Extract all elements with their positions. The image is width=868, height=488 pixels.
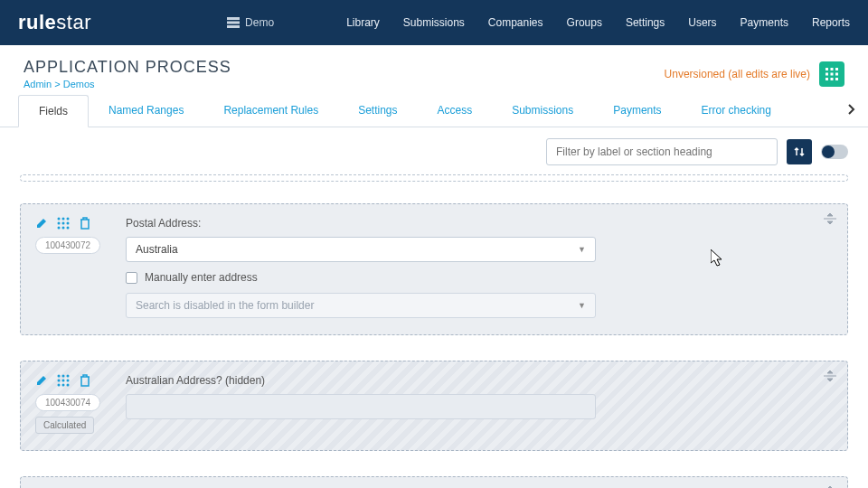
svg-point-18 [58,227,61,230]
tabs-scroll-right[interactable] [848,104,855,115]
field-card-aushidden: 100430074 Calculated Australian Address?… [20,361,848,451]
svg-rect-4 [831,68,834,70]
sort-icon [793,145,806,158]
svg-point-13 [62,218,65,221]
svg-point-19 [62,227,65,230]
edit-button[interactable] [35,217,48,230]
svg-rect-6 [826,73,828,76]
svg-rect-0 [227,17,240,20]
svg-rect-8 [835,73,838,76]
svg-point-29 [67,384,70,387]
nav-library[interactable]: Library [346,16,380,29]
search-disabled-box: Search is disabled in the form builder ▼ [126,293,596,318]
nav-submissions[interactable]: Submissions [403,16,465,29]
tab-submissions[interactable]: Submissions [492,95,593,127]
edit-button[interactable] [35,374,48,387]
drag-handle[interactable] [824,371,836,381]
country-value: Australia [136,243,178,256]
nav-groups[interactable]: Groups [567,16,602,29]
svg-point-22 [62,375,65,378]
nav-companies[interactable]: Companies [488,16,543,29]
svg-point-15 [58,222,61,225]
svg-rect-10 [831,78,834,80]
tab-named-ranges[interactable]: Named Ranges [89,95,203,127]
svg-point-16 [62,222,65,225]
delete-button[interactable] [79,217,91,230]
pencil-icon [35,217,48,230]
field-label: Australian Address? (hidden) [126,374,596,387]
readonly-value [126,394,596,419]
manual-checkbox-row[interactable]: Manually enter address [126,271,596,284]
manual-label: Manually enter address [145,271,258,284]
trash-icon [79,217,91,230]
svg-rect-11 [835,78,838,80]
field-card-pleaseenter: 100430076 Please enter a postal address … [20,476,848,488]
tab-payments[interactable]: Payments [593,95,681,127]
sort-button[interactable] [787,139,812,164]
nav-links: Library Submissions Companies Groups Set… [346,16,850,29]
svg-point-17 [67,222,70,225]
svg-point-26 [67,380,70,382]
svg-point-12 [58,218,61,221]
nav-users[interactable]: Users [688,16,716,29]
drag-handle[interactable] [824,213,836,224]
tab-error-checking[interactable]: Error checking [682,95,791,127]
svg-rect-9 [826,78,828,80]
move-button[interactable] [57,217,70,230]
delete-button[interactable] [79,374,91,387]
field-label: Postal Address: [126,217,596,230]
tab-replacement-rules[interactable]: Replacement Rules [203,95,338,127]
grid-dots-icon [57,374,70,387]
grid-dots-icon [57,217,70,230]
chevron-right-icon [848,104,855,115]
logo[interactable]: rulestar [18,11,91,34]
section-divider [20,174,848,182]
top-nav: rulestar Demo Library Submissions Compan… [0,0,868,45]
version-status[interactable]: Unversioned (all edits are live) [665,68,810,80]
grid-button[interactable] [819,61,844,87]
tab-settings[interactable]: Settings [338,95,417,127]
tab-access[interactable]: Access [417,95,492,127]
cards-area: 100430072 Postal Address: Australia ▼ Ma… [0,174,868,488]
nav-settings[interactable]: Settings [626,16,665,29]
stack-icon [227,17,240,28]
breadcrumb-demos[interactable]: Demos [63,79,95,89]
checkbox-icon [126,272,137,284]
filter-row [0,127,868,174]
caret-down-icon: ▼ [578,245,586,254]
svg-point-23 [67,375,70,378]
breadcrumb: Admin > Demos [24,79,231,89]
nav-payments[interactable]: Payments [741,16,788,29]
svg-point-28 [62,384,65,387]
page-title: APPLICATION PROCESS [24,58,231,77]
svg-point-20 [67,227,70,230]
pencil-icon [35,374,48,387]
trash-icon [79,374,91,387]
grid-icon [826,68,838,80]
view-toggle[interactable] [821,145,848,159]
move-button[interactable] [57,374,70,387]
svg-rect-2 [227,25,240,28]
tab-fields[interactable]: Fields [18,95,89,127]
svg-point-14 [67,218,70,221]
calculated-badge: Calculated [35,417,94,434]
svg-rect-1 [227,22,240,24]
field-id: 100430074 [35,394,100,411]
drag-icon [824,371,836,381]
country-select[interactable]: Australia ▼ [126,237,596,262]
svg-point-24 [58,380,61,382]
page-header: APPLICATION PROCESS Admin > Demos Unvers… [0,45,868,95]
filter-input[interactable] [546,138,778,165]
svg-rect-3 [826,68,828,70]
app-switcher[interactable]: Demo [227,16,274,29]
svg-point-21 [58,375,61,378]
caret-down-icon: ▼ [578,301,586,310]
breadcrumb-admin[interactable]: Admin [24,79,52,89]
svg-point-25 [62,380,65,382]
nav-reports[interactable]: Reports [812,16,850,29]
field-id: 100430072 [35,237,100,254]
svg-rect-7 [831,73,834,76]
svg-rect-5 [835,68,838,70]
app-name: Demo [245,16,274,29]
tabs: Fields Named Ranges Replacement Rules Se… [0,95,868,127]
